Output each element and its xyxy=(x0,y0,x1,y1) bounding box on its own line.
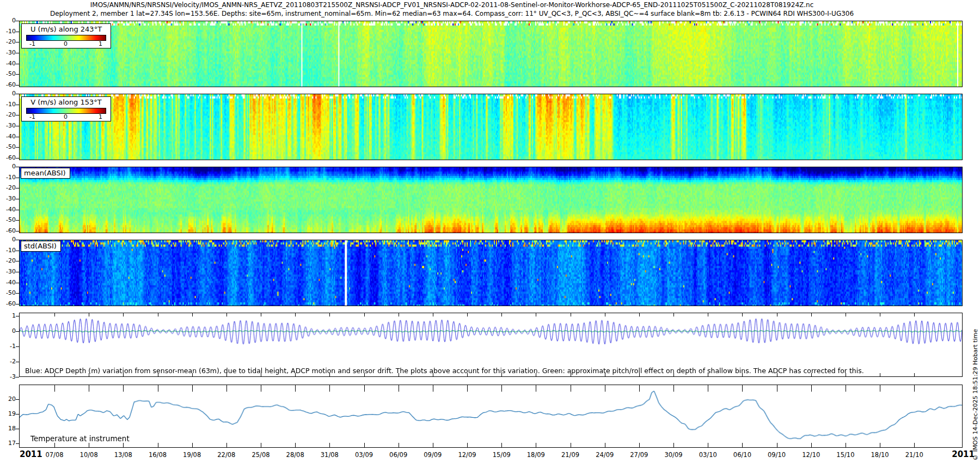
x-tick-mark xyxy=(261,313,261,316)
y-tick-mark xyxy=(16,210,19,210)
x-axis-date-label: 15/09 xyxy=(485,451,518,459)
x-tick-mark xyxy=(329,385,330,392)
y-tick-label: -40 xyxy=(0,133,16,140)
x-tick-mark xyxy=(123,443,124,447)
y-tick-mark xyxy=(16,220,19,221)
v-colorbar-tick-min: -1 xyxy=(29,113,35,120)
y-tick-mark xyxy=(16,158,19,159)
x-tick-mark xyxy=(501,313,502,316)
x-tick-mark xyxy=(811,385,812,392)
x-axis-date-label: 12/10 xyxy=(795,451,828,459)
x-tick-mark xyxy=(673,443,674,447)
y-tick-mark xyxy=(16,414,19,415)
y-tick-mark xyxy=(16,362,19,362)
y-tick-label: 0 xyxy=(0,17,16,24)
y-tick-mark xyxy=(16,64,19,64)
x-axis-date-label: 13/08 xyxy=(107,451,139,459)
y-tick-mark xyxy=(16,188,19,188)
y-tick-label: -20 xyxy=(0,38,16,45)
adcp-figure: IMOS/ANMN/NRS/NRSNSI/Velocity/IMOS_ANMN-… xyxy=(0,0,980,463)
v-legend: V (m/s) along 153°T -1 0 1 xyxy=(21,96,111,121)
y-tick-mark xyxy=(16,272,19,272)
x-tick-mark xyxy=(158,443,158,447)
x-tick-mark xyxy=(399,313,399,316)
x-tick-mark xyxy=(880,385,880,392)
x-tick-mark xyxy=(467,385,468,392)
x-axis-date-label: 03/10 xyxy=(691,451,724,459)
x-tick-mark xyxy=(433,385,433,392)
x-tick-mark xyxy=(54,313,55,316)
page-title-line1: IMOS/ANMN/NRS/NRSNSI/Velocity/IMOS_ANMN-… xyxy=(0,1,904,9)
y-tick-mark xyxy=(16,42,19,42)
x-tick-mark xyxy=(54,443,55,447)
y-tick-mark xyxy=(16,32,19,32)
y-tick-mark xyxy=(16,429,19,429)
x-tick-mark xyxy=(777,443,777,447)
x-tick-mark xyxy=(226,385,227,392)
x-tick-mark xyxy=(399,443,399,447)
x-tick-mark xyxy=(89,443,89,447)
y-tick-mark xyxy=(16,283,19,283)
panel-depth-variation: Blue: ADCP Depth (m) variation from sens… xyxy=(19,313,963,377)
y-tick-label: 0 xyxy=(0,163,16,170)
y-tick-label: 20 xyxy=(0,395,16,403)
x-tick-mark xyxy=(777,313,777,316)
x-tick-mark xyxy=(673,313,674,316)
std-absi-label: std(ABSI) xyxy=(21,241,61,252)
x-axis-date-label: 16/08 xyxy=(142,451,174,459)
x-axis-date-label: 21/10 xyxy=(898,451,930,459)
x-axis-date-label: 19/08 xyxy=(176,451,209,459)
u-colorbar-tick-zero: 0 xyxy=(64,40,68,47)
y-tick-mark xyxy=(16,105,19,105)
y-tick-mark xyxy=(16,199,19,199)
mean-absi-heatmap-canvas xyxy=(20,167,962,233)
y-tick-label: -40 xyxy=(0,206,16,213)
x-tick-mark xyxy=(708,385,708,392)
x-tick-mark xyxy=(89,385,89,392)
x-tick-mark xyxy=(571,385,571,392)
x-tick-mark xyxy=(89,313,89,316)
x-tick-mark xyxy=(536,443,536,447)
v-heatmap-canvas xyxy=(20,94,962,160)
y-tick-label: -20 xyxy=(0,111,16,118)
y-tick-mark xyxy=(16,53,19,53)
y-tick-label: -20 xyxy=(0,184,16,191)
x-tick-mark xyxy=(742,313,743,316)
y-tick-label: 0 xyxy=(0,90,16,97)
y-tick-label: 17 xyxy=(0,440,16,447)
x-tick-mark xyxy=(571,443,571,447)
y-tick-mark xyxy=(16,304,19,304)
y-tick-label: -20 xyxy=(0,257,16,264)
x-tick-mark xyxy=(846,443,846,447)
x-tick-mark xyxy=(914,385,915,392)
x-tick-mark xyxy=(467,443,468,447)
y-tick-label: 19 xyxy=(0,410,16,417)
x-tick-mark xyxy=(914,313,915,316)
y-tick-mark xyxy=(16,137,19,137)
y-tick-mark xyxy=(16,85,19,86)
u-heatmap-canvas xyxy=(20,21,962,87)
y-tick-label: -50 xyxy=(0,70,16,77)
y-tick-label: -30 xyxy=(0,49,16,56)
x-tick-mark xyxy=(605,313,605,316)
temperature-canvas xyxy=(20,385,962,447)
x-axis-date-label: 27/09 xyxy=(623,451,656,459)
x-tick-mark xyxy=(295,385,296,392)
x-tick-mark xyxy=(54,385,55,392)
x-axis-date-label: 18/09 xyxy=(519,451,552,459)
x-tick-mark xyxy=(571,313,571,316)
u-legend: U (m/s) along 243°T -1 0 1 xyxy=(21,23,111,48)
x-tick-mark xyxy=(811,443,812,447)
u-colorbar-tick-max: 1 xyxy=(99,40,102,47)
x-tick-mark xyxy=(295,443,296,447)
y-tick-mark xyxy=(16,74,19,75)
x-tick-mark xyxy=(295,313,296,316)
y-tick-mark xyxy=(16,167,19,167)
y-tick-mark xyxy=(16,377,19,377)
x-axis-date-label: 09/09 xyxy=(416,451,449,459)
x-tick-mark xyxy=(880,373,880,376)
x-tick-mark xyxy=(673,385,674,392)
y-tick-mark xyxy=(16,346,19,347)
x-tick-mark xyxy=(192,313,193,316)
x-axis-date-label: 31/08 xyxy=(313,451,346,459)
